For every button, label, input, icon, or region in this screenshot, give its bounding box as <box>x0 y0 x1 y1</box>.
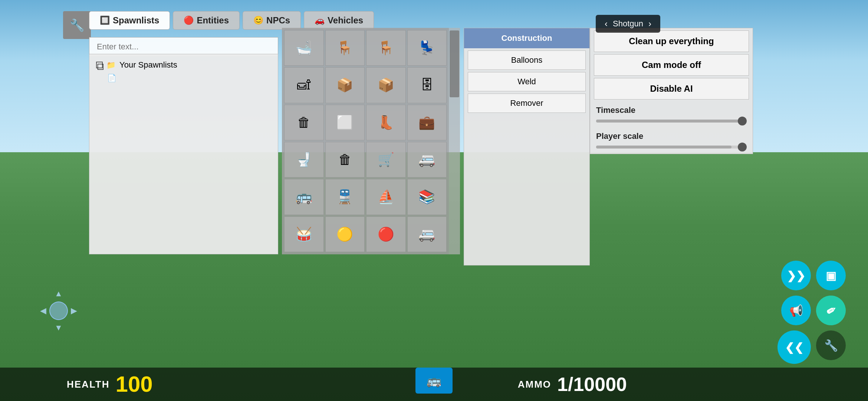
item-barrel1[interactable]: 🥁 <box>284 216 324 252</box>
health-label: HEALTH <box>67 379 110 390</box>
tab-spawnlists-label: Spawnlists <box>113 15 159 26</box>
hud-health-section: HEALTH 100 <box>67 373 153 395</box>
items-grid: 🛁🪑🪑💺🛋📦📦🗄🗑⬜👢💼🚽🗑🛒🚐🚌🚆⛵📚🥁🟡🔴🚐 <box>282 28 449 254</box>
item-bus[interactable]: 🚌 <box>284 179 324 215</box>
item-chair1[interactable]: 🪑 <box>325 30 365 66</box>
timescale-section: Timescale <box>590 102 753 128</box>
tab-npcs-label: NPCs <box>266 15 290 26</box>
player-scale-track <box>596 146 747 149</box>
balloons-button[interactable]: Balloons <box>468 50 586 70</box>
item-boot[interactable]: 👢 <box>366 105 406 140</box>
dpad-up-arrow[interactable]: ▲ <box>52 287 66 300</box>
item-barrel3[interactable]: 🔴 <box>366 216 406 252</box>
npcs-icon: 😊 <box>253 16 263 25</box>
dpad-wrapper: ▲ ◀ ▶ ▼ <box>37 287 80 334</box>
shotgun-label: Shotgun <box>613 19 643 29</box>
item-van1[interactable]: 🚐 <box>407 142 447 177</box>
vehicle-icon-hud: 🚌 <box>415 368 453 394</box>
circle-row-1: ❯❯ ▣ <box>781 261 846 290</box>
item-crate2[interactable]: 📦 <box>366 67 406 103</box>
tab-spawnlists[interactable]: 🔲 Spawnlists <box>89 11 170 30</box>
spawnlist-sub-item[interactable]: 📄 <box>104 72 274 84</box>
spawnlist-checkbox[interactable]: ☐ <box>96 62 103 68</box>
spawnlist-label: Your Spawnlists <box>119 60 177 70</box>
item-boat[interactable]: ⛵ <box>366 179 406 215</box>
vehicle-icon-box[interactable]: 🚌 <box>415 368 453 394</box>
dpad: ▲ ◀ ▶ ▼ <box>37 287 80 334</box>
item-frame[interactable]: ⬜ <box>325 105 365 140</box>
megaphone-button[interactable]: 📢 <box>781 296 811 325</box>
item-office-chair[interactable]: 💺 <box>407 30 447 66</box>
item-barrel2[interactable]: 🟡 <box>325 216 365 252</box>
dpad-left-arrow[interactable]: ◀ <box>37 304 49 317</box>
clean-up-button[interactable]: Clean up everything <box>594 30 749 52</box>
entities-icon: 🔴 <box>184 16 194 25</box>
tools-icon: 🔧 <box>63 11 91 39</box>
item-bookshelf[interactable]: 📚 <box>407 179 447 215</box>
dpad-up-row: ▲ <box>37 287 80 300</box>
timescale-thumb[interactable] <box>738 117 747 125</box>
timescale-label: Timescale <box>596 105 747 115</box>
timescale-slider[interactable] <box>596 118 747 124</box>
item-crate1[interactable]: 📦 <box>325 67 365 103</box>
up-arrows-button[interactable]: ❮❮ <box>777 330 811 364</box>
hud-ammo-section: AMMO 1/10000 <box>518 373 627 395</box>
cam-mode-button[interactable]: Cam mode off <box>594 54 749 76</box>
item-train[interactable]: 🚆 <box>325 179 365 215</box>
item-suitcase[interactable]: 💼 <box>407 105 447 140</box>
dpad-down-arrow[interactable]: ▼ <box>52 322 66 334</box>
weld-button[interactable]: Weld <box>468 72 586 91</box>
tab-npcs[interactable]: 😊 NPCs <box>243 11 301 30</box>
item-cabinet[interactable]: 🗄 <box>407 67 447 103</box>
spawnlist-your-spawnlists[interactable]: ☐ 📁 Your Spawnlists <box>93 58 274 72</box>
scroll-thumb[interactable] <box>450 30 459 97</box>
health-value: 100 <box>116 373 153 395</box>
scroll-track[interactable] <box>449 28 460 254</box>
pencil-button[interactable]: ✏ <box>811 290 851 330</box>
construction-panel: Construction Balloons Weld Remover <box>464 28 590 265</box>
item-sofa[interactable]: 🛋 <box>284 67 324 103</box>
tab-entities-label: Entities <box>197 15 229 26</box>
player-scale-slider[interactable] <box>596 144 747 150</box>
construction-tab-label: Construction <box>464 28 589 48</box>
tab-vehicles[interactable]: 🚗 Vehicles <box>304 11 374 30</box>
item-dumpster[interactable]: 🗑 <box>284 105 324 140</box>
dpad-center[interactable] <box>49 301 68 320</box>
disable-ai-button[interactable]: Disable AI <box>594 78 749 100</box>
player-scale-label: Player scale <box>596 131 747 141</box>
ammo-count: 1/10000 <box>557 373 627 395</box>
shotgun-indicator: ‹ Shotgun › <box>596 15 660 33</box>
vehicles-icon: 🚗 <box>315 16 325 25</box>
screen-button[interactable]: ▣ <box>816 261 846 290</box>
circle-buttons-area: ❯❯ ▣ 📢 ✏ ❮❮ 🔧 <box>777 261 846 364</box>
timescale-track <box>596 120 747 123</box>
dpad-down-row: ▼ <box>37 322 80 334</box>
action-panel: Clean up everything Cam mode off Disable… <box>590 28 753 154</box>
circle-row-2: 📢 ✏ <box>781 296 846 325</box>
folder-icon: 📁 <box>106 61 116 69</box>
item-van2[interactable]: 🚐 <box>407 216 447 252</box>
dpad-right-arrow[interactable]: ▶ <box>68 304 80 317</box>
tools-icon-area: 🔧 <box>63 11 93 41</box>
dpad-mid-row: ◀ ▶ <box>37 301 80 320</box>
shotgun-next-arrow[interactable]: › <box>648 19 651 29</box>
circle-row-3: ❮❮ 🔧 <box>777 330 846 364</box>
file-icon: 📄 <box>107 74 116 82</box>
player-scale-section: Player scale <box>590 128 753 154</box>
remover-button[interactable]: Remover <box>468 94 586 113</box>
tools2-button[interactable]: 🔧 <box>816 330 846 360</box>
spawnlist-panel: ☐ 📁 Your Spawnlists 📄 <box>89 54 278 254</box>
chevron-down-button[interactable]: ❯❯ <box>781 261 811 290</box>
tab-entities[interactable]: 🔴 Entities <box>173 11 240 30</box>
item-bathtub[interactable]: 🛁 <box>284 30 324 66</box>
shotgun-prev-arrow[interactable]: ‹ <box>605 19 608 29</box>
tab-vehicles-label: Vehicles <box>328 15 363 26</box>
top-navigation: 🔲 Spawnlists 🔴 Entities 😊 NPCs 🚗 Vehicle… <box>89 11 374 30</box>
item-cart[interactable]: 🛒 <box>366 142 406 177</box>
player-scale-fill <box>596 146 731 149</box>
item-toilet[interactable]: 🚽 <box>284 142 324 177</box>
item-bin[interactable]: 🗑 <box>325 142 365 177</box>
item-chair2[interactable]: 🪑 <box>366 30 406 66</box>
timescale-fill <box>596 120 739 123</box>
player-scale-thumb[interactable] <box>738 143 747 151</box>
